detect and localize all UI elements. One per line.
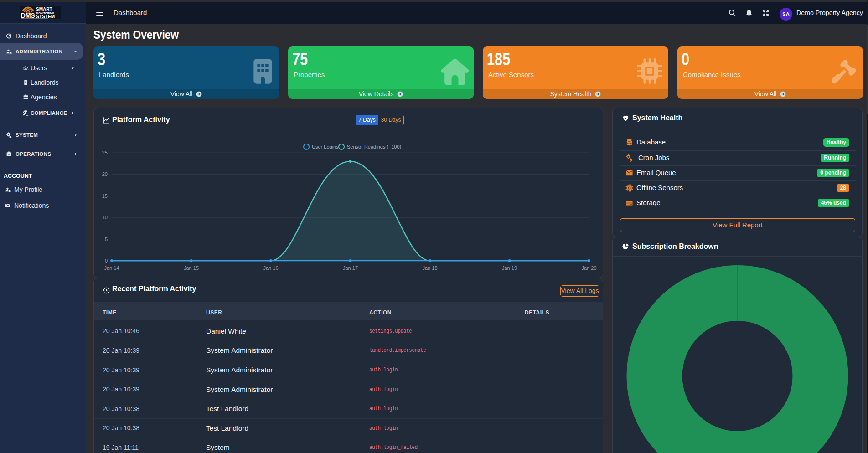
- svg-text:User Logins: User Logins: [312, 144, 339, 149]
- svg-text:0: 0: [105, 258, 108, 263]
- svg-text:25: 25: [102, 150, 108, 155]
- svg-text:Jan 18: Jan 18: [422, 265, 437, 271]
- svg-text:10: 10: [102, 215, 108, 220]
- svg-text:Jan 17: Jan 17: [343, 265, 358, 271]
- svg-text:15: 15: [102, 193, 108, 199]
- svg-text:5: 5: [105, 237, 108, 242]
- svg-text:Jan 15: Jan 15: [184, 265, 199, 271]
- svg-text:Jan 19: Jan 19: [502, 265, 517, 271]
- svg-text:Sensor Readings (÷100): Sensor Readings (÷100): [347, 144, 401, 149]
- svg-text:DMS: DMS: [21, 12, 36, 19]
- svg-text:Jan 20: Jan 20: [581, 265, 596, 271]
- svg-text:Jan 16: Jan 16: [263, 265, 278, 271]
- svg-text:Jan 14: Jan 14: [104, 265, 119, 271]
- svg-text:20: 20: [102, 171, 108, 177]
- svg-text:SYSTEM: SYSTEM: [36, 14, 55, 19]
